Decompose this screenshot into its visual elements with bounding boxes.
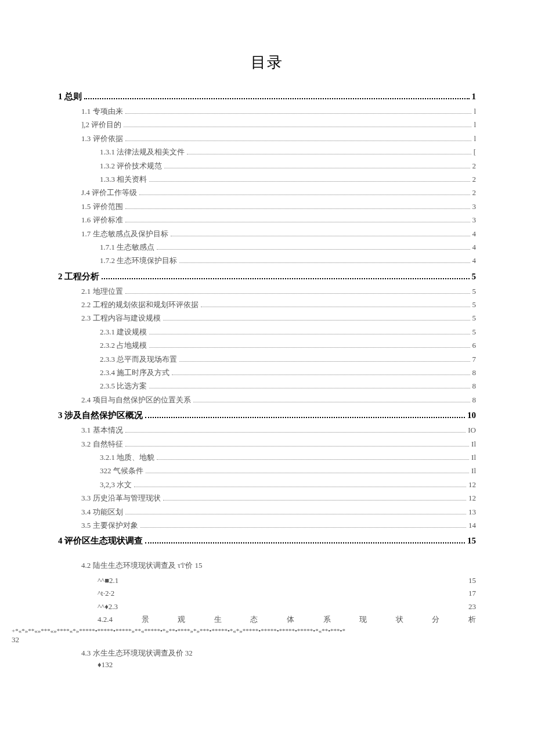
sub-label: ^^■2.1 [98,574,118,587]
toc-entry: 1.5 评价范围3 [58,200,476,213]
sub-page: 23 [468,600,476,613]
toc-entry: 1.7 生态敏感点及保护目标4 [58,227,476,240]
toc-page-number: 5 [472,298,477,311]
toc-label: 1.7 生态敏感点及保护目标 [81,227,168,240]
toc-page-number: Il [471,451,476,464]
toc-leader-dots [139,195,470,195]
section-4-2-sub-row: ^t·2·217 [58,587,476,600]
toc-leader-dots [149,388,470,388]
section-4-2: 4.2 陆生生态环境现状调查及 τ'l'价 15 ^^■2.115^t·2·21… [58,560,476,671]
toc-entry: 2.3 工程内容与建设规模5 [58,311,476,325]
toc-entry: 2.3.1 建设规模5 [58,325,476,339]
section-4-3-head: 4.3 水生生态环境现状调查及价 32 [58,648,476,658]
document-page: 目录 1 总则11.1 专项由来l],2 评价目的l1.3 评价依据l1.3.1… [0,0,534,756]
toc-page-number: 12 [468,478,476,491]
toc-page-number: 3 [472,200,477,213]
sub-label: ^t·2·2 [98,587,114,600]
toc-leader-dots [149,181,470,182]
toc-page-number: 4 [472,227,477,240]
toc-page-number: 10 [467,408,476,423]
page-title: 目录 [58,52,476,73]
toc-leader-dots [84,98,469,99]
toc-page-number: Il [471,437,476,451]
toc-entry: 1 总则1 [58,89,476,105]
toc-label: 1.5 评价范围 [81,200,123,213]
toc-label: 3 涉及自然保护区概况 [58,408,143,423]
spread-char: 析 [468,613,476,626]
toc-leader-dots [125,141,472,141]
toc-label: 2.3.3 总平而及现场布置 [100,352,177,366]
spread-char: 状 [396,613,403,626]
spread-char: 景 [142,613,149,626]
toc-label: 1.1 专项由来 [81,105,123,118]
spread-char: 现 [359,613,367,626]
toc-label: 1 总则 [58,89,82,105]
toc-leader-dots [157,249,470,250]
toc-entry: 2.4 项目与自然保护区的位置关系8 [58,393,476,406]
toc-entry: 2.3.2 占地规模6 [58,339,476,352]
toc-leader-dots [146,473,469,473]
toc-page-number: 4 [472,254,477,267]
toc-label: 2.3.1 建设规模 [100,325,147,339]
toc-label: 3.1 基本情况 [81,423,123,437]
toc-entry: 1.3.3 相关资料2 [58,172,476,186]
toc-page-number: 5 [472,325,477,339]
toc-entry: 1.7.1 生态敏感点4 [58,240,476,254]
toc-entry: 3.2.1 地质、地貌Il [58,451,476,464]
sub-page: 32 [105,658,113,671]
toc-leader-dots [125,432,466,433]
toc-entry: 1.6 评价标准3 [58,213,476,226]
toc-leader-dots [145,417,465,418]
toc-page-number: 5 [472,285,477,298]
spread-char: 观 [178,613,185,626]
toc-leader-dots [125,293,470,294]
toc-label: 1.3.1 法律法规及相美文件 [100,145,185,159]
toc-entry: 322 气候条件Il [58,464,476,477]
toc-entry: 2.3.3 总平而及现场布置7 [58,352,476,366]
toc-entry: 1.1 专项由来l [58,105,476,118]
toc-page-number: 14 [468,519,476,532]
toc-leader-dots [102,278,469,279]
toc-leader-dots [179,361,470,362]
toc-label: 2.3.4 施工时序及方式 [100,366,169,379]
toc-page-number: Il [471,464,476,477]
toc-label: 1.7.1 生态敏感点 [100,240,154,254]
toc-page-number: 3 [472,213,477,226]
toc-page-number: 5 [472,269,477,285]
toc-page-number: 6 [472,339,477,352]
toc-page-number: 2 [472,172,477,186]
toc-leader-dots [164,168,470,168]
toc-leader-dots [171,236,470,236]
spread-char: 分 [432,613,439,626]
toc-page-number: 8 [472,366,477,379]
section-4-2-4-row: 4.2.4景观生态体系现状分析 [58,613,476,626]
section-4-2-sub-row: ^^■2.115 [58,574,476,587]
toc-entry: 1.7.2 生态环境保护目标4 [58,254,476,267]
toc-label: 2 工程分析 [58,269,99,285]
toc-entry: 3.2 自然特征Il [58,437,476,451]
sub-label: ♦1 [98,658,105,671]
toc-page-number: 13 [468,505,476,519]
toc-page-number: 7 [472,352,477,366]
toc-entry: 3 涉及自然保护区概况10 [58,408,476,423]
toc-label: 1.7.2 生态环境保护目标 [100,254,177,267]
toc-label: 4 评价区生态现状调查 [58,533,143,549]
toc-leader-dots [187,154,471,154]
toc-leader-dots [125,446,470,447]
toc-leader-dots [201,307,470,307]
toc-label: ],2 评价目的 [81,118,121,131]
toc-entry: J.4 评价工作等级2 [58,186,476,199]
toc-page-number: l [474,118,476,131]
toc-page-number: 1 [472,89,477,105]
toc-label: 1.3.3 相关资料 [100,172,147,186]
toc-leader-dots [163,320,470,321]
toc-label: 1.3.2 评价技术规范 [100,159,162,172]
toc-entry: 2.1 地理位置5 [58,285,476,298]
toc-page-number: IO [468,423,476,437]
toc-label: 2.3.5 比选方案 [100,379,147,393]
toc-leader-dots [179,262,470,263]
toc-label: 3.5 主要保护对象 [81,519,138,532]
overflow-page-32: 32 [12,635,476,645]
toc-entry: 1.3 评价依据l [58,132,476,145]
toc-label: 1.6 评价标准 [81,213,123,226]
